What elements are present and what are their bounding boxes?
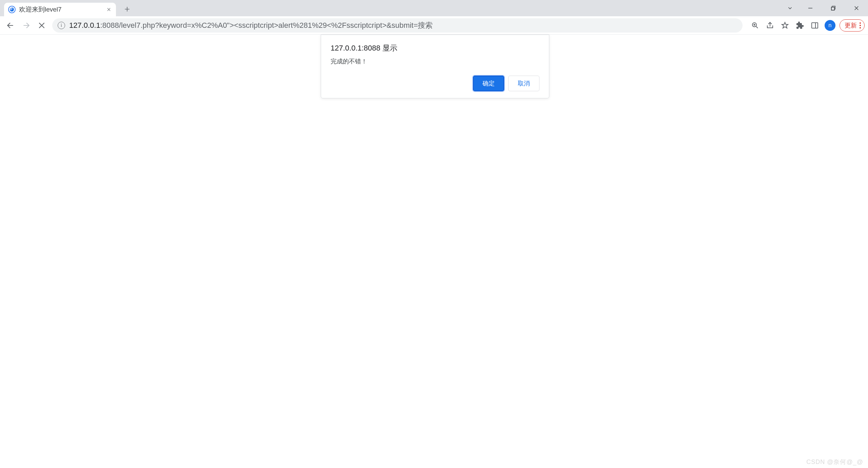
tab-favicon <box>8 6 16 13</box>
svg-rect-1 <box>831 7 834 10</box>
dialog-title: 127.0.0.1:8088 显示 <box>331 43 539 53</box>
toolbar: i 127.0.0.1:8088/level7.php?keyword=x%C2… <box>0 16 868 35</box>
forward-button[interactable] <box>19 18 33 33</box>
close-tab-icon[interactable] <box>106 6 112 13</box>
new-tab-button[interactable] <box>121 3 134 16</box>
tab-title: 欢迎来到level7 <box>19 5 102 14</box>
profile-avatar[interactable]: n <box>825 20 835 31</box>
zoom-icon[interactable] <box>748 18 762 33</box>
bookmark-icon[interactable] <box>778 18 792 33</box>
dialog-ok-button[interactable]: 确定 <box>473 76 504 91</box>
stop-button[interactable] <box>35 18 49 33</box>
extensions-icon[interactable] <box>793 18 807 33</box>
url-text: 127.0.0.1:8088/level7.php?keyword=x%C2%A… <box>69 20 433 31</box>
svg-rect-4 <box>812 23 818 28</box>
browser-window: 欢迎来到level7 <box>0 0 868 468</box>
site-info-icon[interactable]: i <box>58 22 65 29</box>
ok-label: 确定 <box>482 79 495 87</box>
tab-search-button[interactable] <box>781 0 799 16</box>
share-icon[interactable] <box>763 18 777 33</box>
window-controls <box>781 0 868 16</box>
minimize-button[interactable] <box>799 0 822 16</box>
address-bar[interactable]: i 127.0.0.1:8088/level7.php?keyword=x%C2… <box>52 18 743 33</box>
watermark: CSDN @奈何@_@ <box>806 458 863 466</box>
toolbar-right: n 更新 <box>748 18 865 33</box>
menu-dots-icon <box>860 22 861 28</box>
dialog-cancel-button[interactable]: 取消 <box>508 76 539 91</box>
cancel-label: 取消 <box>518 79 530 87</box>
tabstrip: 欢迎来到level7 <box>0 0 868 16</box>
url-host: 127.0.0.1 <box>69 21 100 30</box>
dialog-message: 完成的不错！ <box>331 57 539 65</box>
js-alert-dialog: 127.0.0.1:8088 显示 完成的不错！ 确定 取消 <box>321 35 549 98</box>
sidepanel-icon[interactable] <box>808 18 822 33</box>
dialog-buttons: 确定 取消 <box>331 76 539 91</box>
page-content: 127.0.0.1:8088 显示 完成的不错！ 确定 取消 CSDN @奈何@… <box>0 35 868 468</box>
browser-tab[interactable]: 欢迎来到level7 <box>4 3 116 16</box>
update-button[interactable]: 更新 <box>840 19 865 32</box>
close-window-button[interactable] <box>845 0 868 16</box>
url-path: :8088/level7.php?keyword=x%C2%A0"><sscri… <box>100 21 433 30</box>
avatar-letter: n <box>829 22 832 28</box>
back-button[interactable] <box>3 18 18 33</box>
update-label: 更新 <box>845 21 857 30</box>
maximize-button[interactable] <box>822 0 845 16</box>
